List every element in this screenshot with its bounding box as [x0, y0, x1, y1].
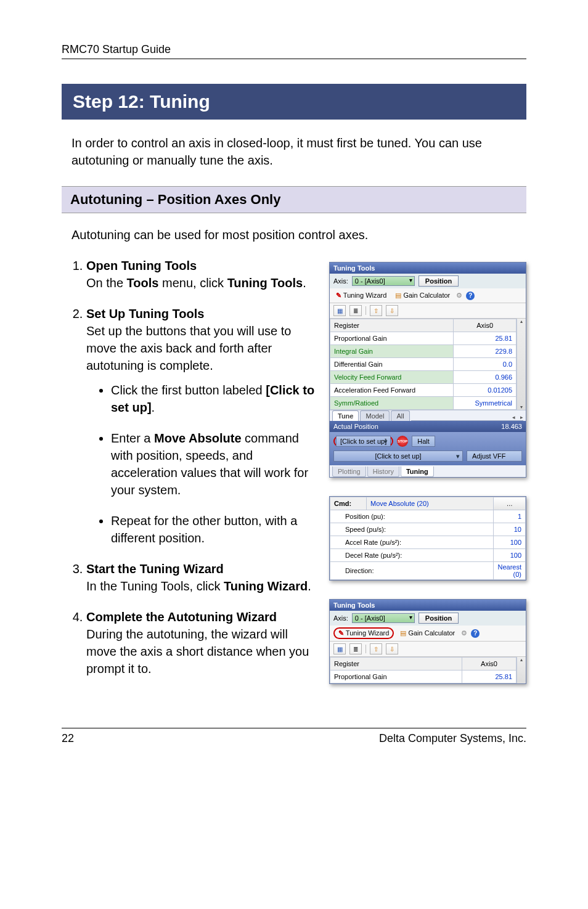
gear-icon[interactable]: ⚙ — [456, 291, 462, 300]
table-row: Acceleration Feed Forward0.01205 — [330, 384, 517, 397]
tab-plotting[interactable]: Plotting — [332, 467, 366, 477]
toolbar-icon-2[interactable]: ≣ — [349, 643, 362, 654]
tuning-wizard-tab[interactable]: ✎ Tuning Wizard — [333, 290, 389, 301]
reg-header-3: Register — [330, 658, 462, 671]
step-4-title: Complete the Autotuning Wizard — [86, 610, 277, 624]
axis-header-3: Axis0 — [462, 658, 517, 671]
click-to-setup-button-2[interactable]: [Click to set up] — [333, 450, 463, 462]
stop-icon[interactable]: STOP — [397, 436, 408, 447]
table-row: Direction:Nearest (0) — [330, 562, 526, 580]
panel1-title: Tuning Tools — [330, 263, 526, 274]
axis-header: Axis0 — [454, 319, 517, 332]
table-row: Velocity Feed Forward0.966 — [330, 371, 517, 384]
calculator-icon: ▤ — [400, 629, 406, 637]
step-3: Start the Tuning Wizard In the Tuning To… — [86, 560, 317, 595]
scrollbar[interactable]: ▴ — [517, 657, 526, 683]
help-icon[interactable]: ? — [466, 291, 475, 300]
toolbar-icon-3[interactable]: ⇧ — [370, 305, 382, 316]
cmd-browse-button[interactable]: … — [494, 497, 526, 510]
axis-dropdown-3[interactable]: 0 - [Axis0] — [352, 613, 415, 623]
toolbar-icon-2[interactable]: ≣ — [349, 305, 362, 316]
step-1-title: Open Tuning Tools — [86, 259, 197, 272]
table-row: Speed (pu/s):10 — [330, 523, 526, 536]
actual-position-label: Actual Position — [333, 423, 378, 430]
tuning-tools-panel-small: Tuning Tools Axis: 0 - [Axis0] Position … — [329, 599, 526, 684]
table-row: Proportional Gain25.81 — [330, 332, 517, 345]
page-number: 22 — [62, 732, 74, 745]
bullet-1: Click the first button labeled [Click to… — [111, 381, 317, 416]
toolbar-icon-3[interactable]: ⇧ — [370, 643, 382, 654]
panel3-title: Tuning Tools — [330, 600, 526, 611]
toolbar-icon-4[interactable]: ⇩ — [386, 305, 398, 316]
step-1: Open Tuning Tools On the Tools menu, cli… — [86, 257, 317, 291]
table-row: Proportional Gain25.81 — [330, 671, 517, 683]
axis-dropdown[interactable]: 0 - [Axis0] — [352, 276, 415, 286]
tab-all[interactable]: All — [391, 410, 409, 421]
position-button[interactable]: Position — [419, 275, 459, 287]
table-row: Position (pu):1 — [330, 510, 526, 523]
halt-button[interactable]: Halt — [412, 436, 435, 447]
axis-label-3: Axis: — [333, 614, 348, 622]
bottom-tabs: Plotting History Tuning — [330, 465, 526, 477]
axis-label: Axis: — [333, 277, 348, 285]
tab-history[interactable]: History — [367, 467, 399, 477]
toolbar-icon-4[interactable]: ⇩ — [386, 643, 398, 654]
tuning-tools-panel: Tuning Tools Axis: 0 - [Axis0] Position … — [329, 262, 526, 478]
step-4: Complete the Autotuning Wizard During th… — [86, 608, 317, 677]
tab-model[interactable]: Model — [360, 410, 390, 421]
cmd-label: Cmd: — [330, 497, 367, 510]
actual-position-value: 18.463 — [501, 423, 522, 430]
adjust-vff-button[interactable]: Adjust VFF — [467, 450, 522, 462]
gain-calc-tab[interactable]: ▤ Gain Calculator — [393, 290, 452, 301]
pencil-icon: ✎ — [336, 291, 341, 299]
register-table: RegisterAxis0 Proportional Gain25.81 Int… — [330, 319, 517, 410]
tab-tune[interactable]: Tune — [332, 410, 359, 421]
gain-calc-tab-3[interactable]: ▤ Gain Calculator — [398, 628, 457, 638]
toolbar-icon-1[interactable]: ▦ — [333, 305, 346, 316]
tab-tuning[interactable]: Tuning — [401, 467, 434, 477]
table-row: Accel Rate (pu/s²):100 — [330, 536, 526, 549]
table-row: Differential Gain0.0 — [330, 358, 517, 371]
step-banner: Step 12: Tuning — [62, 84, 526, 120]
section-text: Autotuning can be used for most position… — [71, 228, 526, 242]
footer-company: Delta Computer Systems, Inc. — [379, 732, 526, 745]
gear-icon[interactable]: ⚙ — [461, 629, 467, 637]
cmd-value[interactable]: Move Absolute (20) — [367, 497, 494, 510]
mid-tabs: Tune Model All ◂ ▸ — [330, 410, 526, 421]
register-table-3: RegisterAxis0 Proportional Gain25.81 — [330, 657, 517, 683]
section-banner: Autotuning – Position Axes Only — [62, 186, 526, 213]
table-row: Decel Rate (pu/s²):100 — [330, 549, 526, 562]
bullet-2: Enter a Move Absolute command with posit… — [111, 430, 317, 499]
position-button-3[interactable]: Position — [419, 613, 459, 624]
pencil-icon: ✎ — [338, 629, 344, 637]
command-panel: Cmd: Move Absolute (20) … Position (pu):… — [329, 496, 526, 581]
intro-text: In order to control an axis in closed-lo… — [71, 134, 526, 169]
tuning-wizard-highlight: ✎ Tuning Wizard — [333, 627, 394, 639]
table-row: Symm/RatioedSymmetrical — [330, 397, 517, 410]
bullet-3: Repeat for the other button, with a diff… — [111, 512, 317, 547]
scrollbar[interactable]: ▴▾ — [517, 319, 526, 410]
step-2-title: Set Up Tuning Tools — [86, 307, 204, 320]
help-icon[interactable]: ? — [471, 629, 480, 638]
click-setup-highlight: [Click to set up] — [333, 436, 393, 447]
table-row: Integral Gain229.8 — [330, 345, 517, 358]
step-3-title: Start the Tuning Wizard — [86, 562, 224, 576]
toolbar-icon-1[interactable]: ▦ — [333, 643, 346, 654]
header-title: RMC70 Startup Guide — [62, 43, 526, 59]
reg-header: Register — [330, 319, 454, 332]
click-to-setup-button-1[interactable]: [Click to set up] — [336, 436, 391, 447]
tuning-wizard-tab-3[interactable]: ✎ Tuning Wizard — [336, 628, 391, 638]
calculator-icon: ▤ — [395, 291, 401, 299]
step-2: Set Up Tuning Tools Set up the buttons t… — [86, 305, 317, 547]
